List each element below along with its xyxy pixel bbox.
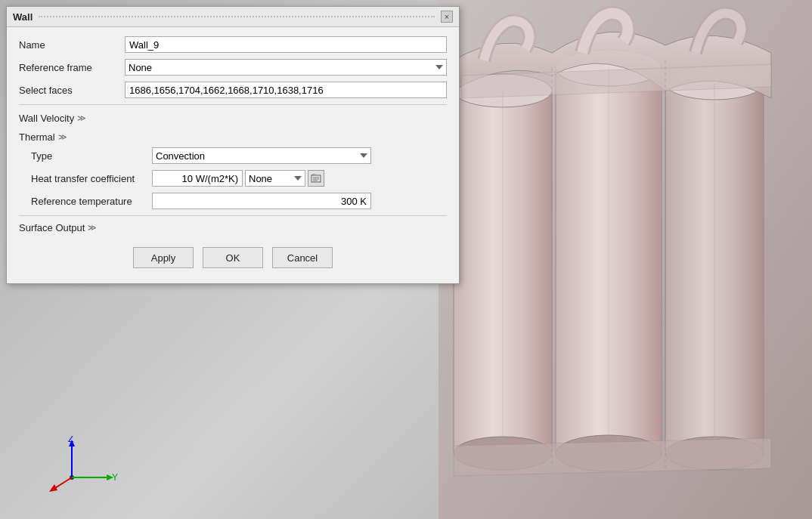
svg-text:Z: Z xyxy=(68,436,73,444)
divider-1 xyxy=(19,104,447,105)
cancel-button[interactable]: Cancel xyxy=(272,247,333,268)
thermal-section[interactable]: Thermal ≫ xyxy=(19,131,447,143)
surface-output-chevron-icon: ≫ xyxy=(88,223,97,233)
divider-2 xyxy=(19,215,447,216)
name-row: Name xyxy=(19,36,447,53)
file-button[interactable] xyxy=(308,170,324,187)
reference-frame-row: Reference frame None xyxy=(19,59,447,76)
ref-temp-label: Reference temperature xyxy=(31,196,152,207)
ok-button[interactable]: OK xyxy=(203,247,263,268)
surface-output-label: Surface Output xyxy=(19,222,85,233)
button-row: Apply OK Cancel xyxy=(19,238,447,274)
svg-marker-23 xyxy=(49,484,57,492)
thermal-label: Thermal xyxy=(19,131,55,143)
dialog-titlebar: Wall × xyxy=(7,7,459,27)
wall-velocity-chevron-icon: ≫ xyxy=(77,113,86,123)
title-dots xyxy=(39,16,435,17)
type-select[interactable]: Convection xyxy=(152,147,371,164)
svg-rect-24 xyxy=(311,175,321,182)
htc-row: Heat transfer coefficient None xyxy=(31,170,447,187)
wall-velocity-label: Wall Velocity xyxy=(19,113,74,124)
ref-temp-input[interactable] xyxy=(152,193,371,209)
svg-text:Y: Y xyxy=(112,472,118,483)
3d-model xyxy=(439,0,812,519)
thermal-chevron-icon: ≫ xyxy=(58,132,67,142)
name-label: Name xyxy=(19,39,125,51)
name-input[interactable] xyxy=(125,36,447,53)
select-faces-row: Select faces xyxy=(19,82,447,98)
reference-frame-select[interactable]: None xyxy=(125,59,447,76)
htc-label: Heat transfer coefficient xyxy=(31,173,152,184)
select-faces-input[interactable] xyxy=(125,82,447,98)
type-label: Type xyxy=(31,150,152,162)
close-button[interactable]: × xyxy=(441,11,453,23)
dialog-body: Name Reference frame None Select faces W… xyxy=(7,27,459,283)
htc-group: None xyxy=(152,170,324,187)
type-row: Type Convection xyxy=(31,147,447,164)
ref-temp-row: Reference temperature xyxy=(31,193,447,209)
coordinate-axes: Z Y xyxy=(45,436,121,496)
thermal-content: Type Convection Heat transfer coefficien… xyxy=(19,147,447,209)
htc-unit-select[interactable]: None xyxy=(245,170,305,187)
htc-input[interactable] xyxy=(152,170,243,187)
wall-dialog: Wall × Name Reference frame None Select … xyxy=(6,6,460,284)
reference-frame-label: Reference frame xyxy=(19,62,125,73)
dialog-title: Wall xyxy=(13,11,33,23)
surface-output-section[interactable]: Surface Output ≫ xyxy=(19,222,447,233)
wall-velocity-section[interactable]: Wall Velocity ≫ xyxy=(19,113,447,124)
apply-button[interactable]: Apply xyxy=(133,247,194,268)
select-faces-label: Select faces xyxy=(19,85,125,96)
